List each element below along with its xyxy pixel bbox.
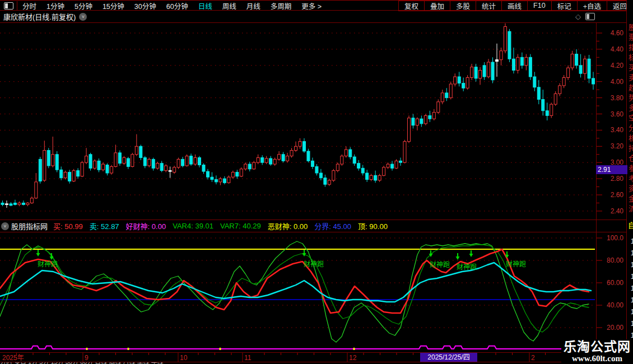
panel-toggle-icon[interactable] — [585, 13, 595, 20]
candle-body — [35, 182, 38, 198]
draw-line-button[interactable]: 画线 — [501, 1, 528, 11]
titlebar-divider — [0, 22, 626, 23]
candle-body — [584, 59, 587, 73]
candle-body — [420, 119, 423, 124]
candle — [156, 162, 159, 170]
candle-body — [215, 180, 217, 182]
overlay-button[interactable]: 叠加 — [424, 1, 450, 11]
diamond-icon[interactable]: ◇ — [575, 12, 581, 21]
caishen-yellow-tick — [220, 348, 221, 350]
chevron-down-circle-icon[interactable]: ˅ — [79, 13, 87, 21]
candle — [244, 162, 247, 170]
candle-body — [139, 146, 142, 157]
candle — [299, 138, 301, 149]
candle — [407, 115, 410, 143]
candle-body — [52, 155, 54, 166]
price-axis-label: 3.20 — [611, 142, 624, 150]
right-side-strip[interactable]: 股票指标买卖趋势多空分析持仓参考资金流 自 1111111111 — [626, 0, 633, 364]
candle — [282, 152, 285, 162]
tab-weekly[interactable]: 周线 — [217, 1, 241, 11]
candle-body — [295, 146, 297, 150]
candle-body — [546, 111, 548, 116]
indicator-collapse-icon[interactable]: ˅ — [1, 222, 9, 230]
candle — [148, 158, 151, 167]
candle — [89, 153, 92, 171]
candle-body — [123, 158, 125, 164]
indicator-field-var7: VAR7: 40.29 — [220, 222, 261, 230]
window-layout-button[interactable] — [0, 1, 17, 11]
candle-body — [77, 171, 80, 176]
candle — [554, 91, 557, 106]
candle — [374, 171, 377, 183]
candle-body — [512, 59, 515, 70]
candle — [592, 72, 595, 90]
caishen-yellow-tick — [86, 348, 88, 350]
candle-body — [211, 177, 213, 179]
candle-body — [496, 60, 499, 62]
candle-body — [378, 175, 381, 180]
signal-label: 财神跑 — [506, 260, 526, 268]
candle-body — [353, 157, 356, 164]
candle — [378, 174, 381, 181]
candle-body — [13, 203, 16, 204]
tab-60min[interactable]: 60分钟 — [161, 1, 193, 11]
indicator-source[interactable]: 股朋指标网 — [11, 221, 48, 231]
tab-30min[interactable]: 30分钟 — [129, 1, 161, 11]
candle — [328, 179, 331, 186]
candle-body — [135, 146, 138, 154]
candle-body — [22, 203, 25, 204]
tab-1min[interactable]: 1分钟 — [41, 1, 69, 11]
candle — [341, 155, 343, 166]
candle — [26, 202, 29, 206]
candle-body — [1, 203, 4, 204]
tab-15min[interactable]: 15分钟 — [97, 1, 129, 11]
candle-body — [466, 77, 469, 88]
statistics-button[interactable]: 统计 — [476, 1, 502, 11]
candle — [302, 138, 305, 153]
candle — [491, 57, 494, 83]
candle-body — [520, 57, 523, 65]
candle-body — [72, 171, 75, 181]
candle-body — [85, 156, 88, 163]
add-watchlist-button[interactable]: +自选 — [577, 1, 607, 11]
candle-body — [286, 156, 289, 161]
signal-arrow-icon — [36, 253, 40, 256]
candle-body — [148, 159, 151, 166]
candle — [403, 140, 406, 164]
candle — [47, 148, 50, 168]
candle — [181, 157, 184, 167]
candle — [290, 148, 293, 157]
candle-body — [516, 57, 519, 70]
tab-fenshi[interactable]: 分时 — [17, 1, 41, 11]
price-axis-label: 4.40 — [611, 45, 624, 53]
tab-multi-period[interactable]: 多周期 — [266, 1, 297, 11]
tab-5min[interactable]: 5分钟 — [69, 1, 97, 11]
candle-body — [441, 93, 444, 102]
candle — [143, 156, 146, 169]
price-axis-label: 3.60 — [611, 110, 624, 118]
candle-body — [307, 151, 310, 161]
candle-body — [253, 162, 255, 169]
price-axis-label: 3.40 — [611, 126, 624, 134]
tab-daily[interactable]: 日线 — [193, 1, 217, 11]
tab-more[interactable]: 更多 > — [296, 1, 327, 11]
candle — [198, 156, 201, 167]
indicator-field-var4: VAR4: 39.01 — [173, 222, 213, 230]
candle-body — [89, 155, 92, 169]
fuquan-button[interactable]: 复权 — [398, 1, 425, 11]
caishen-baseline — [0, 346, 595, 349]
candle-body — [282, 155, 285, 161]
f10-button[interactable]: F10 — [527, 1, 552, 11]
candle — [424, 114, 427, 125]
mark-button[interactable]: 标记 — [551, 1, 578, 11]
top-menubar: 分时 1分钟 5分钟 15分钟 30分钟 60分钟 日线 周线 月线 多周期 更… — [0, 0, 633, 11]
candle — [248, 162, 251, 171]
candle-body — [223, 179, 226, 183]
candle — [173, 166, 176, 174]
candle — [575, 49, 578, 69]
multi-stock-button[interactable]: 多股 — [450, 1, 476, 11]
candle-body — [110, 166, 113, 173]
tab-monthly[interactable]: 月线 — [241, 1, 266, 11]
candle-body — [399, 161, 402, 162]
indicator-axis-label: 80.00 — [607, 256, 623, 264]
